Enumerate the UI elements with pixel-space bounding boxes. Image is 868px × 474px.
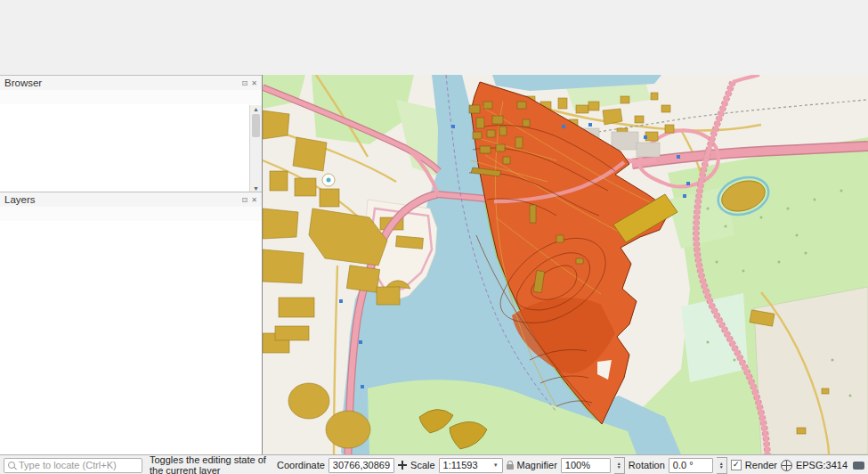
scroll-up-icon[interactable]: ▲	[250, 106, 262, 112]
crs-value[interactable]: EPSG:3414	[796, 460, 848, 470]
extents-icon[interactable]	[398, 461, 407, 470]
scale-combo[interactable]: 1:11593▼	[439, 458, 503, 473]
render-label: Render	[745, 460, 777, 470]
map-canvas[interactable]	[262, 75, 868, 454]
rotation-value[interactable]: 0.0 °	[669, 458, 713, 473]
scroll-down-icon[interactable]: ▼	[250, 185, 262, 192]
scale-label: Scale	[410, 460, 435, 470]
browser-panel: Browser ⊡ ✕ ▲ ▼	[0, 75, 263, 192]
layers-close-icon[interactable]: ✕	[251, 196, 257, 204]
magnifier-label: Magnifier	[517, 460, 557, 470]
locator-input[interactable]: Type to locate (Ctrl+K)	[4, 458, 142, 473]
scroll-thumb[interactable]	[252, 114, 260, 137]
qgis-window: Browser ⊡ ✕ ▲ ▼ Layers ⊡ ✕	[0, 0, 868, 474]
coordinate-value[interactable]: 30766,30869	[329, 458, 394, 473]
messages-icon[interactable]	[853, 462, 864, 470]
layers-panel: Layers ⊡ ✕	[0, 192, 263, 455]
crs-globe-icon[interactable]	[781, 460, 792, 471]
menubar	[0, 0, 868, 17]
statusbar: Type to locate (Ctrl+K) Toggles the edit…	[0, 454, 868, 474]
browser-float-icon[interactable]: ⊡	[242, 79, 248, 87]
layers-panel-title: Layers	[4, 194, 36, 205]
status-message: Toggles the editing state of the current…	[146, 454, 273, 474]
toolbar-row-3-scp	[0, 53, 868, 76]
browser-panel-title: Browser	[4, 78, 42, 88]
rotation-label: Rotation	[629, 460, 665, 470]
toolbar-row-1	[0, 17, 868, 37]
layers-float-icon[interactable]: ⊡	[242, 196, 248, 204]
magnifier-spinner[interactable]: ▲▼	[614, 457, 625, 474]
magnifier-value[interactable]: 100%	[561, 458, 611, 473]
render-checkbox[interactable]: ✓	[731, 460, 742, 470]
lock-icon[interactable]	[507, 464, 514, 470]
chevron-down-icon: ▼	[493, 462, 499, 468]
search-icon	[8, 462, 15, 469]
coordinate-label: Coordinate	[277, 460, 325, 470]
browser-scrollbar[interactable]: ▲ ▼	[249, 105, 262, 192]
toolbar-row-2	[0, 36, 868, 53]
browser-close-icon[interactable]: ✕	[251, 79, 257, 87]
locator-placeholder: Type to locate (Ctrl+K)	[19, 460, 117, 470]
rotation-spinner[interactable]: ▲▼	[717, 457, 727, 474]
